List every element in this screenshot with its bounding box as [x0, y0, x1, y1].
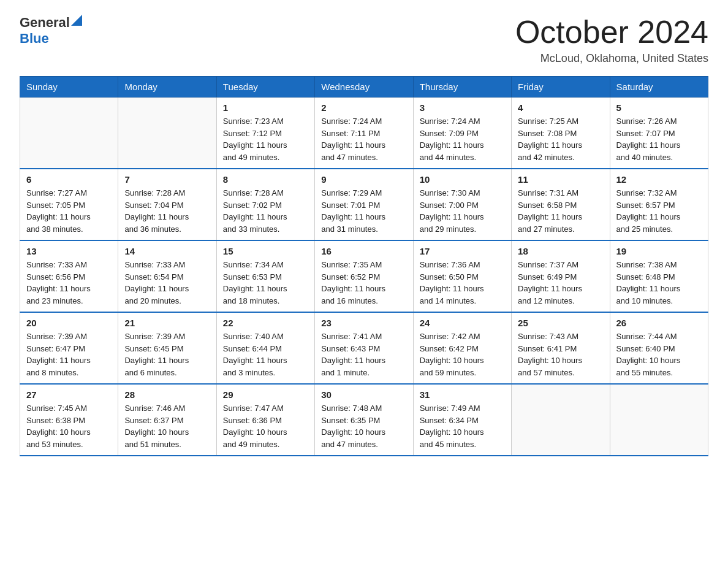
day-number: 18: [518, 246, 603, 256]
calendar-header-tuesday: Tuesday: [216, 77, 314, 98]
calendar-cell: 4Sunrise: 7:25 AMSunset: 7:08 PMDaylight…: [512, 98, 610, 169]
calendar-week-row: 1Sunrise: 7:23 AMSunset: 7:12 PMDaylight…: [20, 98, 708, 169]
calendar-cell: 20Sunrise: 7:39 AMSunset: 6:47 PMDayligh…: [20, 312, 118, 384]
calendar-week-row: 6Sunrise: 7:27 AMSunset: 7:05 PMDaylight…: [20, 169, 708, 240]
logo-general: General: [20, 15, 70, 31]
calendar-cell: 22Sunrise: 7:40 AMSunset: 6:44 PMDayligh…: [216, 312, 314, 384]
title-section: October 2024 McLoud, Oklahoma, United St…: [515, 15, 708, 65]
day-info: Sunrise: 7:33 AMSunset: 6:56 PMDaylight:…: [26, 259, 112, 307]
calendar-cell: 28Sunrise: 7:46 AMSunset: 6:37 PMDayligh…: [118, 384, 216, 456]
calendar-cell: 1Sunrise: 7:23 AMSunset: 7:12 PMDaylight…: [216, 98, 314, 169]
calendar-cell: 2Sunrise: 7:24 AMSunset: 7:11 PMDaylight…: [315, 98, 413, 169]
calendar-cell: 17Sunrise: 7:36 AMSunset: 6:50 PMDayligh…: [413, 240, 511, 312]
day-info: Sunrise: 7:38 AMSunset: 6:48 PMDaylight:…: [616, 259, 702, 307]
calendar-header-sunday: Sunday: [20, 77, 118, 98]
calendar-header-friday: Friday: [512, 77, 610, 98]
day-number: 19: [616, 246, 702, 256]
calendar-cell: 7Sunrise: 7:28 AMSunset: 7:04 PMDaylight…: [118, 169, 216, 240]
day-info: Sunrise: 7:37 AMSunset: 6:49 PMDaylight:…: [518, 259, 603, 307]
day-number: 24: [420, 318, 505, 328]
calendar-cell: 15Sunrise: 7:34 AMSunset: 6:53 PMDayligh…: [216, 240, 314, 312]
calendar-cell: 19Sunrise: 7:38 AMSunset: 6:48 PMDayligh…: [610, 240, 708, 312]
day-info: Sunrise: 7:40 AMSunset: 6:44 PMDaylight:…: [223, 331, 308, 378]
day-number: 13: [26, 246, 112, 256]
day-number: 10: [420, 174, 505, 185]
day-number: 4: [518, 102, 603, 113]
day-info: Sunrise: 7:39 AMSunset: 6:47 PMDaylight:…: [26, 331, 112, 378]
day-number: 20: [26, 318, 112, 328]
day-number: 5: [616, 102, 702, 113]
day-info: Sunrise: 7:36 AMSunset: 6:50 PMDaylight:…: [420, 259, 505, 307]
calendar-cell: 27Sunrise: 7:45 AMSunset: 6:38 PMDayligh…: [20, 384, 118, 456]
calendar-cell: 9Sunrise: 7:29 AMSunset: 7:01 PMDaylight…: [315, 169, 413, 240]
day-info: Sunrise: 7:30 AMSunset: 7:00 PMDaylight:…: [420, 187, 505, 235]
day-info: Sunrise: 7:47 AMSunset: 6:36 PMDaylight:…: [223, 402, 308, 450]
day-number: 29: [223, 389, 308, 400]
location: McLoud, Oklahoma, United States: [515, 52, 708, 65]
day-info: Sunrise: 7:31 AMSunset: 6:58 PMDaylight:…: [518, 187, 603, 235]
day-info: Sunrise: 7:27 AMSunset: 7:05 PMDaylight:…: [26, 187, 112, 235]
day-info: Sunrise: 7:32 AMSunset: 6:57 PMDaylight:…: [616, 187, 702, 235]
day-number: 31: [420, 389, 505, 400]
calendar-week-row: 20Sunrise: 7:39 AMSunset: 6:47 PMDayligh…: [20, 312, 708, 384]
calendar-cell: 10Sunrise: 7:30 AMSunset: 7:00 PMDayligh…: [413, 169, 511, 240]
day-info: Sunrise: 7:44 AMSunset: 6:40 PMDaylight:…: [616, 331, 702, 378]
calendar-cell: 30Sunrise: 7:48 AMSunset: 6:35 PMDayligh…: [315, 384, 413, 456]
day-info: Sunrise: 7:29 AMSunset: 7:01 PMDaylight:…: [321, 187, 406, 235]
calendar-table: SundayMondayTuesdayWednesdayThursdayFrid…: [20, 76, 708, 456]
calendar-cell: 23Sunrise: 7:41 AMSunset: 6:43 PMDayligh…: [315, 312, 413, 384]
calendar-cell: 13Sunrise: 7:33 AMSunset: 6:56 PMDayligh…: [20, 240, 118, 312]
logo-arrow-icon: [71, 15, 82, 26]
day-info: Sunrise: 7:39 AMSunset: 6:45 PMDaylight:…: [124, 331, 210, 378]
day-info: Sunrise: 7:28 AMSunset: 7:02 PMDaylight:…: [223, 187, 308, 235]
day-number: 27: [26, 389, 112, 400]
day-number: 1: [223, 102, 308, 113]
day-number: 3: [420, 102, 505, 113]
day-info: Sunrise: 7:25 AMSunset: 7:08 PMDaylight:…: [518, 115, 603, 163]
calendar-cell: 3Sunrise: 7:24 AMSunset: 7:09 PMDaylight…: [413, 98, 511, 169]
day-number: 9: [321, 174, 406, 185]
day-number: 28: [124, 389, 210, 400]
day-number: 26: [616, 318, 702, 328]
calendar-cell: 16Sunrise: 7:35 AMSunset: 6:52 PMDayligh…: [315, 240, 413, 312]
calendar-cell: 14Sunrise: 7:33 AMSunset: 6:54 PMDayligh…: [118, 240, 216, 312]
logo: General Blue: [20, 15, 82, 47]
day-info: Sunrise: 7:43 AMSunset: 6:41 PMDaylight:…: [518, 331, 603, 378]
day-number: 17: [420, 246, 505, 256]
day-number: 2: [321, 102, 406, 113]
day-number: 22: [223, 318, 308, 328]
calendar-cell: 25Sunrise: 7:43 AMSunset: 6:41 PMDayligh…: [512, 312, 610, 384]
calendar-cell: 31Sunrise: 7:49 AMSunset: 6:34 PMDayligh…: [413, 384, 511, 456]
calendar-cell: 21Sunrise: 7:39 AMSunset: 6:45 PMDayligh…: [118, 312, 216, 384]
day-info: Sunrise: 7:48 AMSunset: 6:35 PMDaylight:…: [321, 402, 406, 450]
calendar-header-saturday: Saturday: [610, 77, 708, 98]
day-info: Sunrise: 7:33 AMSunset: 6:54 PMDaylight:…: [124, 259, 210, 307]
day-info: Sunrise: 7:42 AMSunset: 6:42 PMDaylight:…: [420, 331, 505, 378]
page-header: General Blue October 2024 McLoud, Oklaho…: [20, 15, 708, 65]
day-number: 12: [616, 174, 702, 185]
calendar-cell: 24Sunrise: 7:42 AMSunset: 6:42 PMDayligh…: [413, 312, 511, 384]
day-number: 14: [124, 246, 210, 256]
calendar-header-monday: Monday: [118, 77, 216, 98]
day-number: 8: [223, 174, 308, 185]
calendar-cell: 26Sunrise: 7:44 AMSunset: 6:40 PMDayligh…: [610, 312, 708, 384]
day-number: 6: [26, 174, 112, 185]
calendar-header-wednesday: Wednesday: [315, 77, 413, 98]
day-info: Sunrise: 7:24 AMSunset: 7:11 PMDaylight:…: [321, 115, 406, 163]
day-info: Sunrise: 7:45 AMSunset: 6:38 PMDaylight:…: [26, 402, 112, 450]
calendar-cell: 8Sunrise: 7:28 AMSunset: 7:02 PMDaylight…: [216, 169, 314, 240]
day-info: Sunrise: 7:41 AMSunset: 6:43 PMDaylight:…: [321, 331, 406, 378]
day-info: Sunrise: 7:46 AMSunset: 6:37 PMDaylight:…: [124, 402, 210, 450]
day-number: 21: [124, 318, 210, 328]
calendar-week-row: 13Sunrise: 7:33 AMSunset: 6:56 PMDayligh…: [20, 240, 708, 312]
day-number: 11: [518, 174, 603, 185]
logo-blue: Blue: [20, 31, 49, 47]
calendar-header-row: SundayMondayTuesdayWednesdayThursdayFrid…: [20, 77, 708, 98]
day-info: Sunrise: 7:35 AMSunset: 6:52 PMDaylight:…: [321, 259, 406, 307]
calendar-cell: [118, 98, 216, 169]
day-number: 25: [518, 318, 603, 328]
day-number: 7: [124, 174, 210, 185]
day-info: Sunrise: 7:26 AMSunset: 7:07 PMDaylight:…: [616, 115, 702, 163]
month-title: October 2024: [515, 15, 708, 50]
day-info: Sunrise: 7:28 AMSunset: 7:04 PMDaylight:…: [124, 187, 210, 235]
